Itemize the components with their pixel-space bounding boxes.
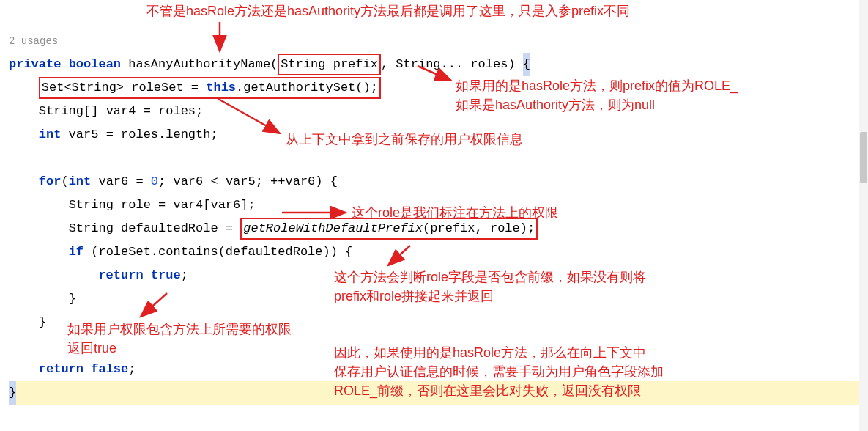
kw-this: this [206, 81, 236, 95]
code-line-2: Set<String> roleSet = this.getAuthorityS… [9, 81, 381, 95]
kw-return2: return [39, 362, 84, 376]
kw-private: private [9, 57, 61, 71]
num-zero: 0 [151, 174, 158, 188]
annot-right3: 因此，如果使用的是hasRole方法，那么在向上下文中保存用户认证信息的时候，需… [334, 343, 803, 400]
code-line-1: private boolean hasAnyAuthorityName(Stri… [9, 57, 530, 71]
open-brace-hl: { [523, 53, 530, 76]
kw-if: if [69, 245, 84, 259]
annot-left1: 如果用户权限包含方法上所需要的权限返回true [67, 320, 360, 358]
kw-return1: return [98, 268, 143, 282]
code-line-8: if (roleSet.contains(defaultedRole)) { [9, 245, 352, 259]
code-line-6: String role = var4[var6]; [9, 198, 256, 212]
roleset-box: Set<String> roleSet = this.getAuthorityS… [39, 77, 381, 99]
kw-int2: int [69, 174, 92, 188]
code-line-10: } [9, 292, 76, 306]
code-line-12: return false; [9, 362, 136, 376]
code-line-4: int var5 = roles.length; [9, 128, 218, 141]
kw-int: int [39, 128, 62, 141]
kw-false: false [91, 362, 128, 376]
annot-top: 不管是hasRole方法还是hasAuthority方法最后都是调用了这里，只是… [146, 1, 630, 21]
close-brace-hl: } [9, 381, 16, 405]
method-call-italic: getRoleWithDefaultPrefix [243, 221, 423, 235]
code-line-5: for(int var6 = 0; var6 < var5; ++var6) { [9, 174, 338, 188]
code-line-9: return true; [9, 268, 188, 282]
kw-for: for [39, 174, 62, 188]
scrollbar-thumb[interactable] [860, 132, 867, 183]
kw-true: true [151, 268, 181, 282]
code-line-7: String defaultedRole = getRoleWithDefaul… [9, 221, 538, 235]
code-line-11: } [9, 315, 46, 329]
kw-boolean: boolean [69, 57, 121, 71]
annot-mid2: 这个role是我们标注在方法上的权限 [352, 203, 558, 222]
annot-mid1: 从上下文中拿到之前保存的用户权限信息 [286, 130, 523, 149]
scrollbar-track[interactable] [859, 0, 868, 431]
param-prefix-box: String prefix [278, 54, 381, 75]
annot-right2: 这个方法会判断role字段是否包含前缀，如果没有则将prefix和role拼接起… [334, 268, 788, 306]
usages-hint: 2 usages [9, 35, 58, 47]
code-line-3: String[] var4 = roles; [9, 104, 203, 118]
annot-right1: 如果用的是hasRole方法，则prefix的值为ROLE_如果是hasAuth… [456, 76, 844, 114]
